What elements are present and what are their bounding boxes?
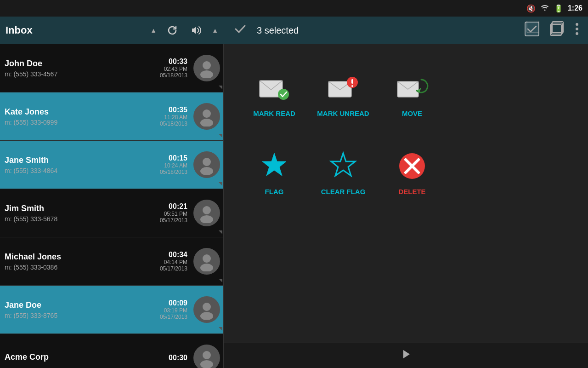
svg-marker-37 bbox=[403, 350, 410, 358]
svg-point-25 bbox=[278, 89, 289, 100]
action-clear-flag[interactable]: CLEAR FLAG bbox=[311, 136, 375, 210]
action-label-mark-read: MARK READ bbox=[253, 109, 295, 118]
left-toolbar: Inbox ▲ ▲ bbox=[0, 17, 224, 44]
move-icon bbox=[394, 72, 430, 104]
action-panel: MARK READ MARK UNREAD MOVE FLAG CLEAR FL… bbox=[224, 44, 588, 368]
contact-date: 05/18/2013 bbox=[160, 121, 187, 127]
select-all-button[interactable] bbox=[524, 21, 540, 40]
contact-item[interactable]: Kate Jonesm: (555) 333-099900:3511:28 AM… bbox=[0, 92, 223, 141]
contact-phone: m: (555) 333-4567 bbox=[5, 70, 153, 78]
action-flag[interactable]: FLAG bbox=[242, 136, 306, 210]
contact-list[interactable]: John Doem: (555) 333-456700:3302:43 PM05… bbox=[0, 44, 224, 368]
svg-point-18 bbox=[203, 254, 211, 263]
contact-duration: 00:33 bbox=[169, 58, 187, 66]
svg-point-10 bbox=[203, 61, 211, 69]
svg-point-14 bbox=[203, 158, 211, 166]
audio-arrow-icon: ▲ bbox=[212, 27, 218, 34]
contact-phone: m: (555) 333-0999 bbox=[5, 119, 153, 126]
mute-icon: 🔇 bbox=[526, 4, 536, 13]
svg-point-11 bbox=[200, 70, 213, 78]
contact-item[interactable]: Jim Smithm: (555) 333-567800:2105:51 PM0… bbox=[0, 189, 223, 237]
contact-avatar bbox=[190, 92, 223, 140]
contact-item[interactable]: John Doem: (555) 333-456700:3302:43 PM05… bbox=[0, 44, 223, 92]
contact-avatar bbox=[190, 286, 223, 334]
contact-avatar bbox=[190, 189, 223, 237]
contact-time: 04:14 PM bbox=[164, 259, 187, 265]
action-delete[interactable]: DELETE bbox=[380, 136, 444, 210]
content-area: John Doem: (555) 333-456700:3302:43 PM05… bbox=[0, 44, 588, 368]
playback-bar bbox=[224, 343, 588, 368]
status-bar: 🔇 🔋 1:26 bbox=[0, 0, 588, 17]
contact-avatar bbox=[190, 237, 223, 285]
contact-date: 05/18/2013 bbox=[160, 72, 187, 79]
contact-avatar bbox=[190, 334, 223, 368]
inbox-title: Inbox bbox=[6, 24, 143, 36]
contact-phone: m: (555) 333-0386 bbox=[5, 264, 153, 271]
refresh-button[interactable] bbox=[164, 22, 181, 39]
contact-date: 05/18/2013 bbox=[160, 169, 187, 175]
play-button[interactable] bbox=[401, 349, 412, 362]
svg-point-17 bbox=[200, 215, 213, 223]
svg-rect-29 bbox=[351, 85, 353, 87]
action-mark-read[interactable]: MARK READ bbox=[242, 58, 306, 132]
svg-point-13 bbox=[200, 119, 213, 126]
contact-item[interactable]: Acme Corp00:30 bbox=[0, 334, 223, 368]
contact-name: Michael Jones bbox=[5, 252, 153, 262]
contact-date: 05/17/2013 bbox=[160, 217, 187, 224]
svg-point-9 bbox=[576, 32, 578, 35]
inbox-arrow-icon: ▲ bbox=[150, 27, 157, 34]
contact-time: 05:51 PM bbox=[164, 211, 187, 217]
selected-count-label: 3 selected bbox=[257, 25, 514, 36]
contact-name: John Doe bbox=[5, 59, 153, 69]
svg-point-7 bbox=[576, 23, 578, 26]
more-options-button[interactable] bbox=[575, 22, 579, 40]
action-mark-unread[interactable]: MARK UNREAD bbox=[311, 58, 375, 132]
svg-point-22 bbox=[203, 351, 211, 359]
confirm-button[interactable] bbox=[233, 22, 248, 40]
contact-duration: 00:35 bbox=[169, 106, 187, 114]
contact-name: Jane Doe bbox=[5, 300, 153, 310]
contact-time: 10:24 AM bbox=[164, 162, 187, 169]
toolbar: Inbox ▲ ▲ bbox=[0, 17, 588, 44]
contact-duration: 00:21 bbox=[169, 202, 187, 211]
wifi-icon bbox=[540, 4, 549, 12]
contact-name: Acme Corp bbox=[5, 352, 161, 362]
svg-rect-28 bbox=[351, 79, 353, 84]
main-layout: Inbox ▲ ▲ bbox=[0, 17, 588, 368]
contact-duration: 00:15 bbox=[169, 154, 187, 162]
time-display: 1:26 bbox=[568, 4, 582, 12]
svg-point-16 bbox=[203, 206, 211, 214]
contact-item[interactable]: Jane Smithm: (555) 333-486400:1510:24 AM… bbox=[0, 141, 223, 189]
contact-phone: m: (555) 333-8765 bbox=[5, 312, 153, 319]
contact-date: 05/17/2013 bbox=[160, 265, 187, 272]
contact-duration: 00:09 bbox=[169, 299, 187, 307]
svg-marker-32 bbox=[262, 153, 286, 176]
contact-time: 02:43 PM bbox=[164, 66, 187, 72]
contact-item[interactable]: Jane Doem: (555) 333-876500:0903:19 PM05… bbox=[0, 286, 223, 334]
action-label-delete: DELETE bbox=[398, 188, 425, 196]
contact-avatar bbox=[190, 141, 223, 189]
action-label-mark-unread: MARK UNREAD bbox=[317, 109, 369, 118]
action-label-clear-flag: CLEAR FLAG bbox=[321, 188, 366, 196]
contact-item[interactable]: Michael Jonesm: (555) 333-038600:3404:14… bbox=[0, 237, 223, 286]
right-toolbar: 3 selected bbox=[224, 17, 588, 44]
action-move[interactable]: MOVE bbox=[380, 58, 444, 132]
contact-time: 03:19 PM bbox=[164, 307, 187, 314]
contact-phone: m: (555) 333-4864 bbox=[5, 167, 153, 174]
contact-avatar bbox=[190, 44, 223, 92]
audio-button[interactable] bbox=[188, 22, 204, 39]
contact-duration: 00:30 bbox=[169, 354, 187, 362]
svg-point-23 bbox=[200, 360, 213, 368]
contact-time: 11:28 AM bbox=[164, 114, 187, 121]
delete-icon bbox=[394, 150, 430, 182]
svg-marker-0 bbox=[192, 27, 196, 34]
mark-unread-icon bbox=[325, 72, 362, 104]
contact-date: 05/17/2013 bbox=[160, 314, 187, 320]
action-grid: MARK READ MARK UNREAD MOVE FLAG CLEAR FL… bbox=[224, 44, 588, 343]
deselect-all-button[interactable] bbox=[549, 21, 566, 40]
contact-phone: m: (555) 333-5678 bbox=[5, 215, 153, 223]
battery-icon: 🔋 bbox=[554, 4, 563, 13]
svg-point-8 bbox=[576, 28, 578, 30]
flag-icon bbox=[256, 150, 293, 182]
mark-read-icon bbox=[256, 72, 293, 104]
